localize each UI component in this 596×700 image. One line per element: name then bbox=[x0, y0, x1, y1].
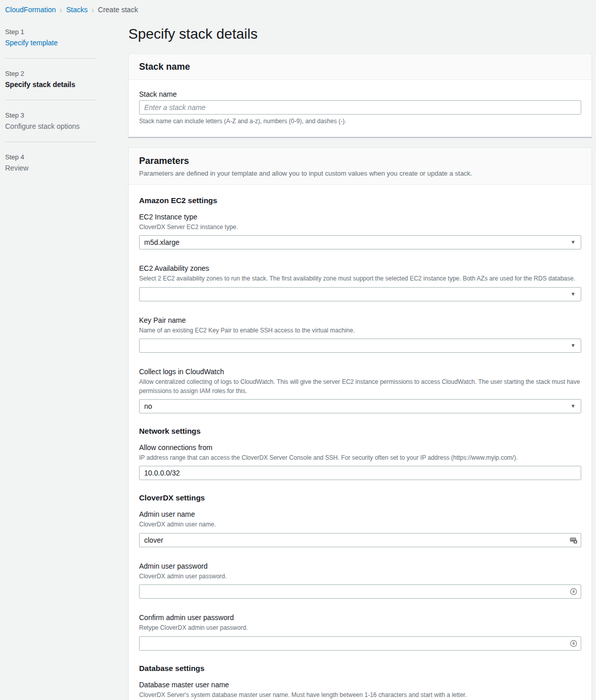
stack-name-input[interactable] bbox=[139, 100, 581, 115]
stack-name-card-title: Stack name bbox=[139, 62, 581, 72]
field-help-text: Name of an existing EC2 Key Pair to enab… bbox=[139, 326, 581, 335]
admin-user-password-input[interactable] bbox=[139, 584, 581, 599]
page-layout: Step 1Specify templateStep 2Specify stac… bbox=[0, 19, 596, 700]
step-title-specify-template[interactable]: Specify template bbox=[5, 39, 128, 47]
stack-name-card-body: Stack name Stack name can include letter… bbox=[129, 80, 591, 137]
parameter-group-title: Amazon EC2 settings bbox=[139, 196, 581, 205]
dropdown-arrow-icon: ▼ bbox=[571, 240, 576, 245]
wizard-steps-sidebar: Step 1Specify templateStep 2Specify stac… bbox=[0, 19, 128, 172]
step-divider bbox=[5, 58, 97, 59]
field-help-text: Allow centralized collecting of logs to … bbox=[139, 378, 581, 396]
confirm-admin-user-password-input[interactable] bbox=[139, 636, 581, 651]
field-help-text: Retype CloverDX admin user password. bbox=[139, 624, 581, 632]
collect-logs-in-cloudwatch-dropdown[interactable]: no▼ bbox=[139, 399, 581, 413]
step-number-label: Step 1 bbox=[5, 28, 128, 36]
field-label: Key Pair name bbox=[139, 316, 581, 324]
dropdown-selected-value: no bbox=[144, 402, 152, 410]
breadcrumb-separator-chevron-icon: › bbox=[60, 5, 62, 15]
password-generator-icon[interactable] bbox=[569, 639, 578, 648]
dropdown-arrow-icon: ▼ bbox=[571, 292, 576, 297]
field-help-text: CloverDX admin user password. bbox=[139, 572, 581, 581]
stack-name-card: Stack name Stack name Stack name can inc… bbox=[128, 53, 592, 137]
breadcrumb-item-create-stack: Create stack bbox=[98, 6, 138, 14]
breadcrumb-separator-chevron-icon: › bbox=[92, 5, 94, 15]
field-help-text: CloverDX Server EC2 instance type. bbox=[139, 223, 581, 232]
field-control: ▼ bbox=[139, 287, 581, 301]
allow-connections-from-input[interactable] bbox=[139, 466, 581, 480]
field-confirm-admin-user-password: Confirm admin user passwordRetype Clover… bbox=[139, 613, 581, 650]
parameter-group-database-settings: Database settingsDatabase master user na… bbox=[139, 664, 581, 700]
field-allow-connections-from: Allow connections fromIP address range t… bbox=[139, 443, 581, 480]
stack-name-constraint-note: Stack name can include letters (A-Z and … bbox=[139, 118, 581, 125]
parameter-group-title: Network settings bbox=[139, 427, 581, 435]
parameter-group-network-settings: Network settingsAllow connections fromIP… bbox=[139, 427, 581, 480]
field-control bbox=[139, 584, 581, 599]
field-ec2-availability-zones: EC2 Availability zonesSelect 2 EC2 avail… bbox=[139, 264, 581, 301]
field-collect-logs-in-cloudwatch: Collect logs in CloudWatchAllow centrali… bbox=[139, 368, 581, 413]
password-manager-autofill-icon[interactable] bbox=[569, 536, 578, 545]
admin-user-name-input[interactable] bbox=[139, 533, 581, 547]
parameter-group-title: CloverDX settings bbox=[139, 493, 581, 502]
breadcrumb-item-stacks[interactable]: Stacks bbox=[66, 6, 88, 14]
parameters-card-body: Amazon EC2 settingsEC2 Instance typeClov… bbox=[129, 185, 591, 700]
field-admin-user-name: Admin user nameCloverDX admin user name. bbox=[139, 510, 581, 547]
sidebar-step-1: Step 1Specify template bbox=[5, 24, 128, 47]
field-help-text: IP address range that can access the Clo… bbox=[139, 454, 581, 462]
create-stack-page: { "colors": { "page_background": "#f2f3f… bbox=[0, 0, 596, 700]
field-label: Confirm admin user password bbox=[139, 613, 581, 622]
dropdown-arrow-icon: ▼ bbox=[571, 343, 576, 348]
field-label: Collect logs in CloudWatch bbox=[139, 368, 581, 376]
field-control: ▼ bbox=[139, 339, 581, 353]
ec2-instance-type-dropdown[interactable]: m5d.xlarge▼ bbox=[139, 235, 581, 249]
field-admin-user-password: Admin user passwordCloverDX admin user p… bbox=[139, 562, 581, 599]
field-help-text: CloverDX Server's system database master… bbox=[139, 691, 581, 699]
field-control bbox=[139, 636, 581, 651]
step-number-label: Step 3 bbox=[5, 111, 128, 119]
parameters-card-description: Parameters are defined in your template … bbox=[139, 170, 581, 177]
dropdown-arrow-icon: ▼ bbox=[571, 404, 576, 409]
main-content: Specify stack details Stack name Stack n… bbox=[128, 19, 596, 700]
parameters-card-header: Parameters Parameters are defined in you… bbox=[129, 148, 591, 185]
field-label: EC2 Instance type bbox=[139, 213, 581, 221]
field-label: Admin user password bbox=[139, 562, 581, 570]
field-help-text: Select 2 EC2 availability zones to run t… bbox=[139, 274, 581, 283]
field-ec2-instance-type: EC2 Instance typeCloverDX Server EC2 ins… bbox=[139, 213, 581, 249]
parameters-card: Parameters Parameters are defined in you… bbox=[128, 148, 592, 700]
parameter-group-cloverdx-settings: CloverDX settingsAdmin user nameCloverDX… bbox=[139, 493, 581, 650]
dropdown-selected-value: m5d.xlarge bbox=[144, 238, 179, 246]
field-control bbox=[139, 533, 581, 547]
parameter-group-amazon-ec2-settings: Amazon EC2 settingsEC2 Instance typeClov… bbox=[139, 196, 581, 413]
sidebar-step-3: Step 3Configure stack options bbox=[5, 107, 128, 130]
sidebar-step-4: Step 4Review bbox=[5, 149, 128, 172]
field-label: Database master user name bbox=[139, 681, 581, 689]
field-key-pair-name: Key Pair nameName of an existing EC2 Key… bbox=[139, 316, 581, 353]
field-label: Admin user name bbox=[139, 510, 581, 518]
field-control bbox=[139, 466, 581, 480]
field-control: no▼ bbox=[139, 399, 581, 413]
field-label: EC2 Availability zones bbox=[139, 264, 581, 272]
step-title-configure-stack-options: Configure stack options bbox=[5, 122, 128, 130]
breadcrumb-item-cloudformation[interactable]: CloudFormation bbox=[5, 6, 56, 14]
breadcrumb: CloudFormation›Stacks›Create stack bbox=[0, 0, 596, 19]
step-divider bbox=[5, 142, 97, 142]
parameter-group-title: Database settings bbox=[139, 664, 581, 673]
step-divider bbox=[5, 100, 97, 100]
parameters-card-title: Parameters bbox=[139, 156, 581, 166]
stack-name-card-header: Stack name bbox=[129, 54, 591, 80]
field-help-text: CloverDX admin user name. bbox=[139, 520, 581, 529]
key-pair-name-dropdown[interactable]: ▼ bbox=[139, 339, 581, 353]
page-title: Specify stack details bbox=[128, 26, 592, 42]
step-title-review: Review bbox=[5, 164, 128, 172]
sidebar-step-2: Step 2Specify stack details bbox=[5, 66, 128, 89]
field-label: Allow connections from bbox=[139, 443, 581, 452]
step-number-label: Step 2 bbox=[5, 70, 128, 77]
field-database-master-user-name: Database master user nameCloverDX Server… bbox=[139, 681, 581, 700]
password-generator-icon[interactable] bbox=[569, 587, 578, 596]
ec2-availability-zones-dropdown[interactable]: ▼ bbox=[139, 287, 581, 301]
stack-name-label: Stack name bbox=[139, 90, 581, 98]
step-title-specify-stack-details: Specify stack details bbox=[5, 80, 128, 89]
field-control: m5d.xlarge▼ bbox=[139, 235, 581, 249]
step-number-label: Step 4 bbox=[5, 153, 128, 161]
